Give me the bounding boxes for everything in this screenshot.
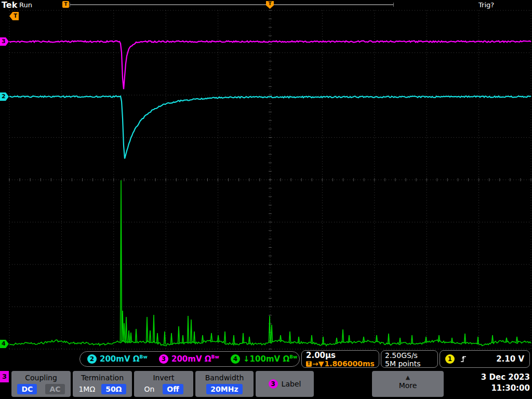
trigger-t-icon: T — [62, 1, 69, 8]
label-button[interactable]: 3 Label — [256, 371, 314, 397]
invert-on-option[interactable]: On — [144, 384, 154, 394]
ch3-readout[interactable]: 3 200mV ΩBw — [159, 354, 219, 364]
ch2-badge[interactable]: 2 — [87, 354, 97, 364]
bandwidth-20mhz-option[interactable]: 20MHz — [206, 384, 242, 394]
tek-logo: Tek — [2, 0, 17, 10]
ch3-badge[interactable]: 3 — [159, 354, 168, 364]
coupling-ac-option[interactable]: AC — [45, 384, 64, 394]
label-ch3-badge: 3 — [269, 379, 278, 389]
graticule-grid — [9, 10, 531, 349]
termination-1mohm-option[interactable]: 1MΩ — [78, 384, 95, 394]
ch4-scale: ↓100mV ΩBw — [243, 354, 297, 364]
readout-bar: 2 200mV ΩBw 3 200mV ΩBw 4 ↓100mV ΩBw 2.0… — [0, 350, 532, 370]
ch2-readout[interactable]: 2 200mV ΩBw — [87, 354, 148, 364]
more-button[interactable]: ▲ More — [372, 371, 444, 397]
termination-title: Termination — [81, 374, 124, 382]
timebase-value: 2.00µs — [306, 351, 375, 360]
channel-readouts-box: 2 200mV ΩBw 3 200mV ΩBw 4 ↓100mV ΩBw — [79, 351, 300, 367]
ch3-scale: 200mV ΩBw — [171, 354, 219, 364]
trigger-level-value: 2.10 V — [496, 354, 524, 364]
trigger-position-marker[interactable]: T — [266, 1, 274, 9]
label-title: Label — [282, 380, 301, 388]
trigger-delay-readout: T→▼1.806000ms — [306, 360, 375, 368]
record-view-bar — [70, 4, 394, 5]
time-value: 11:30:00 — [481, 383, 530, 394]
trigger-status-label: Trig? — [478, 1, 494, 9]
ch4-readout[interactable]: 4 ↓100mV ΩBw — [231, 354, 297, 364]
datetime-display: 3 Dec 2023 11:30:00 — [481, 372, 530, 394]
channel-menu-bar: 3 Coupling DC AC Termination 1MΩ 50Ω Inv… — [0, 370, 532, 399]
record-view-end-tick — [393, 3, 394, 7]
trigger-delay-value: 1.806000ms — [325, 360, 375, 368]
bandwidth-title: Bandwidth — [205, 374, 244, 382]
trigger-t-mini-icon: T — [306, 361, 312, 367]
ch2-scale: 200mV ΩBw — [100, 354, 148, 364]
ch3-menu-tab[interactable]: 3 — [0, 371, 9, 382]
record-length: 5M points — [385, 360, 434, 368]
header-bar: Tek Run T T Trig? — [0, 0, 532, 9]
rising-edge-icon — [460, 355, 467, 363]
ch4-badge[interactable]: 4 — [231, 354, 240, 364]
invert-button[interactable]: Invert On Off — [134, 371, 193, 397]
acquisition-readout[interactable]: 2.50GS/s 5M points — [381, 350, 438, 368]
date-value: 3 Dec 2023 — [481, 372, 530, 383]
trigger-arrows: →▼ — [312, 360, 324, 368]
invert-off-option[interactable]: Off — [163, 384, 183, 394]
coupling-title: Coupling — [25, 374, 57, 382]
scope-display — [0, 0, 532, 399]
more-up-arrow-icon: ▲ — [406, 375, 410, 380]
trigger-source-badge: 1 — [445, 354, 455, 364]
oscilloscope-screen: Tek Run T T Trig? T 3 2 4 2 200mV ΩBw 3 … — [0, 0, 532, 399]
invert-title: Invert — [153, 374, 174, 382]
more-title: More — [399, 381, 417, 390]
sample-rate: 2.50GS/s — [385, 351, 434, 360]
timebase-readout[interactable]: 2.00µs T→▼1.806000ms — [301, 350, 379, 368]
termination-button[interactable]: Termination 1MΩ 50Ω — [73, 371, 132, 397]
coupling-button[interactable]: Coupling DC AC — [11, 371, 71, 397]
record-view-start-tick — [70, 3, 70, 7]
termination-50ohm-option[interactable]: 50Ω — [101, 384, 126, 394]
bandwidth-button[interactable]: Bandwidth 20MHz — [195, 371, 254, 397]
acquisition-status: Run — [19, 1, 32, 9]
trigger-readout[interactable]: 1 2.10 V — [440, 350, 530, 368]
coupling-dc-option[interactable]: DC — [17, 384, 37, 394]
